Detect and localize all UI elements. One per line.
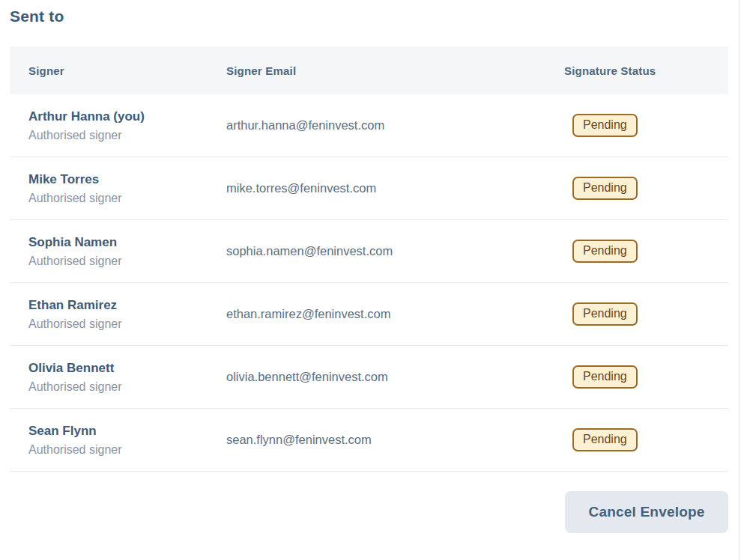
- table-footer: Cancel Envelope: [10, 491, 728, 533]
- signers-table-body: Arthur Hanna (you) Authorised signer art…: [10, 94, 728, 472]
- status-badge: Pending: [572, 177, 638, 200]
- signer-role: Authorised signer: [28, 129, 226, 142]
- signature-status-cell: Pending: [564, 428, 728, 451]
- signer-cell: Mike Torres Authorised signer: [10, 172, 226, 205]
- status-badge: Pending: [572, 428, 638, 451]
- signer-cell: Sean Flynn Authorised signer: [10, 424, 226, 457]
- vertical-divider: [739, 0, 740, 560]
- column-header-signer-email: Signer Email: [226, 64, 564, 77]
- signature-status-cell: Pending: [564, 365, 728, 389]
- signature-status-cell: Pending: [564, 177, 728, 200]
- signers-table-header: Signer Signer Email Signature Status: [10, 46, 728, 94]
- envelope-status-panel: Sent to Signer Signer Email Signature St…: [0, 0, 747, 560]
- column-header-signer: Signer: [10, 64, 226, 77]
- column-header-signature-status: Signature Status: [564, 64, 728, 77]
- signature-status-cell: Pending: [564, 114, 728, 137]
- signature-status-cell: Pending: [564, 302, 728, 326]
- signer-name: Sophia Namen: [28, 235, 226, 250]
- status-badge: Pending: [572, 114, 638, 137]
- signer-email: ethan.ramirez@feninvest.com: [226, 307, 564, 321]
- table-row: Olivia Bennett Authorised signer olivia.…: [10, 346, 728, 409]
- table-row: Ethan Ramirez Authorised signer ethan.ra…: [10, 283, 728, 346]
- signer-role: Authorised signer: [28, 380, 226, 394]
- signer-role: Authorised signer: [28, 255, 226, 268]
- page-title: Sent to: [10, 7, 728, 25]
- table-row: Mike Torres Authorised signer mike.torre…: [10, 157, 728, 220]
- table-row: Sophia Namen Authorised signer sophia.na…: [10, 220, 728, 283]
- signer-email: mike.torres@feninvest.com: [226, 181, 564, 195]
- sent-to-section: Sent to Signer Signer Email Signature St…: [10, 7, 728, 533]
- signer-role: Authorised signer: [28, 192, 226, 205]
- signer-email: sophia.namen@feninvest.com: [226, 244, 564, 258]
- signer-name: Ethan Ramirez: [28, 298, 226, 313]
- signer-name: Arthur Hanna (you): [28, 109, 226, 124]
- signers-table: Signer Signer Email Signature Status Art…: [10, 46, 728, 472]
- signer-email: olivia.bennett@feninvest.com: [226, 370, 564, 384]
- signer-name: Sean Flynn: [28, 424, 226, 439]
- table-row: Arthur Hanna (you) Authorised signer art…: [10, 94, 728, 157]
- status-badge: Pending: [572, 240, 638, 263]
- signer-cell: Arthur Hanna (you) Authorised signer: [10, 109, 226, 142]
- signer-role: Authorised signer: [28, 443, 226, 457]
- signer-email: sean.flynn@feninvest.com: [226, 433, 564, 447]
- status-badge: Pending: [572, 302, 638, 326]
- signer-name: Mike Torres: [28, 172, 226, 187]
- signer-cell: Olivia Bennett Authorised signer: [10, 361, 226, 394]
- signature-status-cell: Pending: [564, 240, 728, 263]
- signer-role: Authorised signer: [28, 317, 226, 331]
- status-badge: Pending: [572, 365, 638, 389]
- signer-email: arthur.hanna@feninvest.com: [226, 118, 564, 133]
- signer-cell: Sophia Namen Authorised signer: [10, 235, 226, 268]
- cancel-envelope-button[interactable]: Cancel Envelope: [565, 491, 728, 533]
- signer-name: Olivia Bennett: [28, 361, 226, 376]
- table-row: Sean Flynn Authorised signer sean.flynn@…: [10, 409, 728, 472]
- signer-cell: Ethan Ramirez Authorised signer: [10, 298, 226, 331]
